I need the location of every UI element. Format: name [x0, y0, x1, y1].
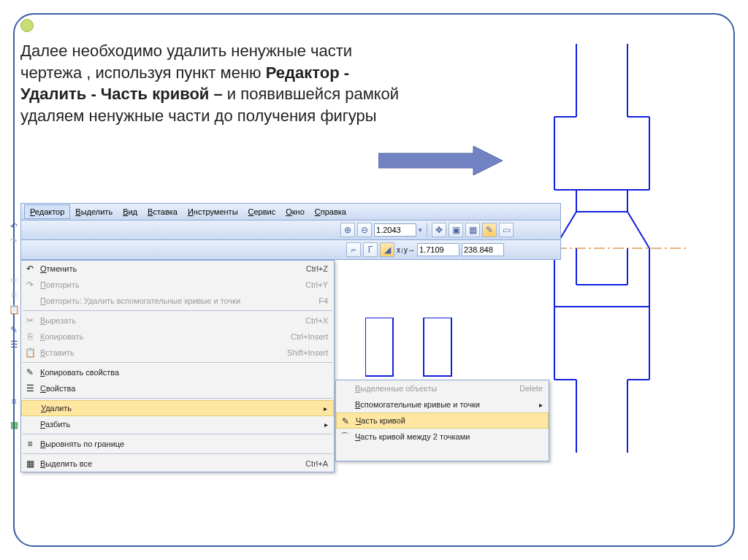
menu-shortcut: Delete	[519, 384, 543, 393]
menu-item-справка[interactable]: Справка	[310, 205, 351, 218]
props-icon-left[interactable]: ☰	[8, 339, 20, 350]
toolbar-row-2: ⌐ Γ ◢ x↓y→ 1.7109 238.848	[20, 240, 561, 260]
menu-item[interactable]: ▦Выделить всеCtrl+A	[21, 456, 334, 472]
menu-item: ✂ВырезатьCtrl+X	[21, 312, 334, 329]
submenu-item-label: Выделенные объекты	[355, 384, 437, 393]
xy-label: x↓y→	[397, 246, 415, 254]
menu-item-окно[interactable]: Окно	[280, 205, 310, 218]
submenu-item: Выделенные объектыDelete	[336, 380, 549, 396]
menu-separator	[23, 453, 332, 454]
toolbar-divider	[427, 223, 427, 237]
menu-separator	[23, 398, 332, 399]
menu-item-label: Свойства	[40, 384, 75, 393]
snap1-icon[interactable]: ⌐	[346, 242, 361, 257]
editor-dropdown-menu: ↶ОтменитьCtrl+Z↷ПовторитьCtrl+YПовторить…	[20, 260, 335, 472]
menu-separator	[23, 434, 332, 434]
submenu-item[interactable]: ✎Часть кривой	[336, 413, 549, 429]
menu-item-label: Разбить	[40, 420, 70, 429]
menu-item-редактор[interactable]: Редактор	[24, 204, 70, 219]
page-icon[interactable]: ▭	[499, 223, 514, 237]
copy-icon-left[interactable]: ⎘	[8, 289, 20, 301]
left-icon-strip: ↶ ↷ ✂ ⎘ 📋 ✎ ☰ ≡ ▦	[8, 202, 26, 431]
left-icon-1[interactable]: ↶	[8, 220, 20, 232]
delete-submenu: Выделенные объектыDeleteВспомогательные …	[335, 380, 549, 461]
toolbar-row: ⊕ ⊖ 1.2043 ▾ ✥ ▣ ▦ ✎ ▭	[20, 220, 561, 240]
redo-icon: ↷	[24, 279, 36, 291]
menu-item-label: Выровнять по границе	[40, 440, 124, 448]
svg-rect-26	[365, 318, 393, 376]
menu-item-выделить[interactable]: Выделить	[70, 205, 118, 218]
zoom-in-icon[interactable]: ⊕	[340, 223, 355, 237]
menu-item: ↷ПовторитьCtrl+Y	[21, 277, 334, 293]
properties-icon: ☰	[24, 383, 36, 394]
menu-item-вставка[interactable]: Вставка	[142, 205, 183, 218]
menu-item-label: Вырезать	[40, 316, 76, 325]
menu-item-сервис[interactable]: Сервис	[243, 205, 281, 218]
submenu-item[interactable]: ⌒Часть кривой между 2 точками	[336, 429, 549, 445]
menu-item-label: Копировать свойства	[40, 368, 119, 377]
snap3-icon[interactable]: ◢	[380, 242, 394, 257]
x-coord-input[interactable]: 238.848	[462, 243, 504, 256]
submenu-item-label: Вспомогательные кривые и точки	[355, 400, 480, 409]
curve-icon: ✎	[340, 415, 351, 427]
menu-item[interactable]: ↶ОтменитьCtrl+Z	[21, 261, 334, 277]
pan-icon[interactable]: ✥	[432, 223, 446, 237]
menu-separator	[23, 362, 332, 363]
menu-item-label: Выделить все	[40, 459, 92, 468]
brush-icon: ✎	[24, 367, 36, 378]
submenu-item[interactable]: Вспомогательные кривые и точки▸	[336, 396, 549, 413]
menu-shortcut: Shift+Insert	[287, 348, 328, 357]
menu-item[interactable]: ✎Копировать свойства	[21, 364, 334, 380]
menu-shortcut: Ctrl+Y	[305, 280, 328, 289]
menu-item: 📋ВставитьShift+Insert	[21, 345, 334, 361]
menu-item[interactable]: Удалить▸	[21, 400, 334, 416]
paste-icon: 📋	[24, 347, 36, 358]
submenu-item-label	[355, 448, 357, 457]
scissors-icon[interactable]: ✂	[8, 275, 20, 286]
grid-icon[interactable]: ▦	[465, 223, 480, 237]
submenu-item-label: Часть кривой между 2 точками	[355, 432, 470, 441]
submenu-item-label: Часть кривой	[356, 416, 405, 425]
menu-item-label: Удалить	[41, 404, 72, 413]
menu-item[interactable]: ☰Свойства	[21, 380, 334, 396]
menu-item[interactable]: Разбить▸	[21, 416, 334, 432]
zoom-out-icon[interactable]: ⊖	[357, 223, 372, 237]
menu-shortcut: Ctrl+Insert	[291, 332, 328, 341]
brush-icon-left[interactable]: ✎	[8, 324, 20, 336]
zoom-input[interactable]: 1.2043	[374, 223, 416, 237]
select-icon-left[interactable]: ▦	[8, 419, 20, 431]
snap2-icon[interactable]: Γ	[363, 242, 378, 257]
dropdown-arrow-icon[interactable]: ▾	[419, 226, 422, 234]
menu-item-label: Копировать	[40, 332, 83, 341]
submenu-arrow-icon: ▸	[539, 401, 543, 409]
menu-item-label: Отменить	[40, 264, 77, 273]
submenu-arrow-icon: ▸	[324, 421, 328, 429]
submenu-arrow-icon: ▸	[324, 404, 327, 413]
menu-item-label: Повторить: Удалить вспомогательные кривы…	[40, 296, 240, 305]
menu-shortcut: Ctrl+X	[305, 316, 328, 325]
align-icon: ≡	[24, 438, 36, 450]
menu-item[interactable]: ≡Выровнять по границе	[21, 436, 334, 452]
paste-icon-left[interactable]: 📋	[8, 304, 20, 315]
curve2-icon: ⌒	[339, 431, 351, 442]
bullet-accent	[20, 19, 34, 32]
align-icon-left[interactable]: ≡	[8, 396, 20, 407]
block-arrow	[378, 146, 503, 175]
select-all-icon: ▦	[24, 458, 36, 469]
menu-bar: РедакторВыделитьВидВставкаИнструментыСер…	[20, 203, 561, 220]
instruction-text: Далее необходимо удалить ненужные части …	[20, 40, 415, 127]
menu-item-инструменты[interactable]: Инструменты	[183, 205, 243, 218]
menu-item: Повторить: Удалить вспомогательные кривы…	[21, 293, 334, 309]
menu-item-label: Повторить	[40, 280, 80, 289]
menu-item: ⎘КопироватьCtrl+Insert	[21, 329, 334, 345]
left-icon-2[interactable]: ↷	[8, 235, 20, 247]
y-coord-input[interactable]: 1.7109	[417, 243, 459, 256]
menu-shortcut: F4	[318, 296, 328, 305]
svg-marker-0	[378, 146, 503, 175]
copy-icon: ⎘	[24, 331, 36, 342]
submenu-item[interactable]	[336, 445, 549, 461]
menu-shortcut: Ctrl+Z	[306, 264, 328, 273]
fit-icon[interactable]: ▣	[449, 223, 463, 237]
wand-icon[interactable]: ✎	[482, 223, 497, 237]
menu-item-вид[interactable]: Вид	[118, 205, 142, 218]
